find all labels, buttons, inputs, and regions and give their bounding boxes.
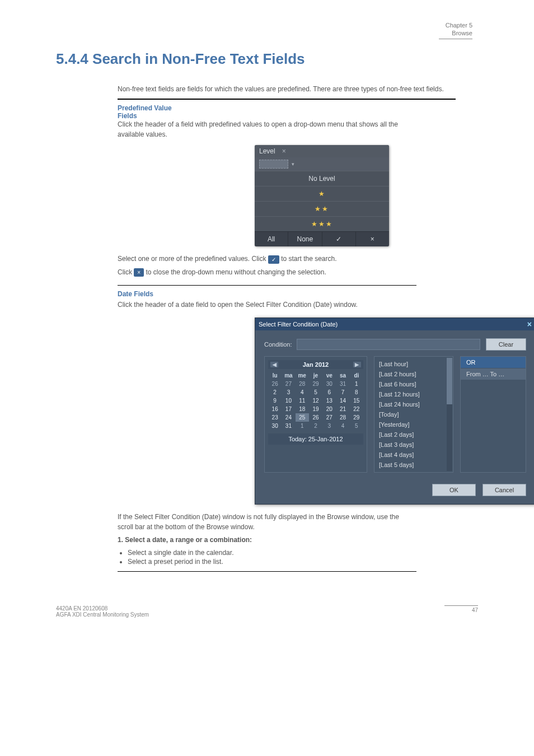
- calendar-day[interactable]: 7: [336, 388, 349, 396]
- cancel-button[interactable]: Cancel: [483, 484, 526, 496]
- preset-item[interactable]: [Today]: [374, 409, 453, 419]
- date-desc: Click the header of a date field to open…: [118, 300, 409, 310]
- level-option-2-star[interactable]: ★★: [255, 201, 389, 216]
- predefined-instruction-2: Click to close the drop-down menu withou…: [118, 268, 409, 277]
- cancel-button[interactable]: ×: [356, 232, 389, 246]
- calendar-day[interactable]: 27: [282, 380, 295, 388]
- calendar-grid[interactable]: lumamejevesadi 2627282930311234567891011…: [268, 371, 363, 430]
- star-icon: ★★: [315, 205, 329, 213]
- calendar-day[interactable]: 6: [322, 388, 336, 396]
- preset-item[interactable]: [Last 5 days]: [374, 460, 453, 470]
- dialog-title: Select Filter Condition (Date): [259, 321, 338, 328]
- level-option-3-star[interactable]: ★★★: [255, 216, 389, 231]
- close-badge-icon: [134, 268, 144, 277]
- calendar-day[interactable]: 2: [268, 388, 282, 396]
- step-item: Select a single date in the calendar.: [128, 549, 409, 557]
- calendar-day[interactable]: 1: [296, 422, 309, 430]
- calendar-day[interactable]: 28: [336, 413, 349, 422]
- calendar-day[interactable]: 22: [350, 405, 363, 413]
- calendar-day[interactable]: 3: [282, 388, 295, 396]
- dialog-close-icon[interactable]: ×: [527, 320, 532, 329]
- preset-item[interactable]: [Last 24 hours]: [374, 399, 453, 409]
- calendar-day[interactable]: 24: [282, 413, 295, 422]
- calendar-prev-button[interactable]: ◀: [270, 362, 278, 367]
- calendar-day[interactable]: 12: [309, 396, 322, 405]
- calendar-day[interactable]: 21: [336, 405, 349, 413]
- operator-item[interactable]: OR: [461, 357, 526, 368]
- calendar-day[interactable]: 2: [309, 422, 322, 430]
- calendar-day[interactable]: 23: [268, 413, 282, 422]
- scrollbar-thumb[interactable]: [447, 358, 452, 404]
- confirm-button[interactable]: ✓: [322, 232, 356, 246]
- calendar-day[interactable]: 30: [268, 422, 282, 430]
- check-icon: ✓: [336, 235, 341, 243]
- footer-doc-id: 4420A EN 20120608: [56, 605, 107, 612]
- calendar-day[interactable]: 10: [282, 396, 295, 405]
- calendar-day[interactable]: 17: [282, 405, 295, 413]
- operator-list[interactable]: ORFrom … To …: [460, 356, 526, 473]
- date-step-items: Select a single date in the calendar.Sel…: [128, 549, 409, 566]
- level-column-header[interactable]: Level ×: [255, 145, 389, 157]
- calendar-day[interactable]: 5: [350, 422, 363, 430]
- calendar-month-label: Jan 2012: [303, 361, 329, 368]
- preset-item[interactable]: [Yesterday]: [374, 419, 453, 430]
- calendar-day[interactable]: 14: [336, 396, 349, 405]
- select-none-button[interactable]: None: [288, 232, 322, 246]
- preset-item[interactable]: [Last 12 hours]: [374, 389, 453, 399]
- preset-item[interactable]: [Last 6 hours]: [374, 379, 453, 389]
- calendar-day[interactable]: 1: [350, 380, 363, 388]
- calendar-dow: me: [296, 371, 309, 380]
- level-option-1-star[interactable]: ★: [255, 186, 389, 201]
- chevron-down-icon[interactable]: ▾: [292, 161, 294, 167]
- calendar-day[interactable]: 30: [322, 380, 336, 388]
- calendar-day[interactable]: 31: [336, 380, 349, 388]
- calendar-day[interactable]: 4: [296, 388, 309, 396]
- calendar-day[interactable]: 16: [268, 405, 282, 413]
- preset-item[interactable]: [Last 4 days]: [374, 450, 453, 460]
- date-title: Date Fields: [118, 290, 185, 298]
- preset-item[interactable]: [Last 2 hours]: [374, 369, 453, 379]
- step-item: Select a preset period in the list.: [128, 558, 409, 566]
- level-filter-input[interactable]: [259, 160, 288, 169]
- calendar-dow: je: [309, 371, 322, 380]
- date-note: If the Select Filter Condition (Date) wi…: [118, 512, 409, 532]
- close-icon[interactable]: ×: [282, 147, 286, 155]
- calendar-day[interactable]: 3: [322, 422, 336, 430]
- calendar-next-button[interactable]: ▶: [353, 362, 361, 367]
- calendar-day[interactable]: 4: [336, 422, 349, 430]
- calendar-day[interactable]: 15: [350, 396, 363, 405]
- date-filter-dialog-figure: Select Filter Condition (Date) × Conditi…: [255, 318, 534, 505]
- ok-button[interactable]: OK: [432, 484, 476, 496]
- preset-item[interactable]: [Last hour]: [374, 359, 453, 369]
- preset-item[interactable]: [Last 2 days]: [374, 430, 453, 440]
- dialog-titlebar: Select Filter Condition (Date) ×: [255, 318, 534, 330]
- page-header-right: Chapter 5 Browse: [439, 21, 472, 39]
- calendar-day[interactable]: 9: [268, 396, 282, 405]
- select-all-button[interactable]: All: [255, 232, 288, 246]
- level-dropdown-figure: Level × ▾ No Level ★ ★★ ★★★ All None ✓ ×: [255, 145, 389, 246]
- clear-button[interactable]: Clear: [486, 338, 526, 351]
- calendar-day[interactable]: 29: [309, 380, 322, 388]
- preset-period-list[interactable]: [Last hour][Last 2 hours][Last 6 hours][…: [374, 356, 453, 473]
- footer-product: AGFA XDI Central Monitoring System: [56, 612, 149, 618]
- calendar-today-button[interactable]: Today: 25-Jan-2012: [268, 433, 363, 445]
- calendar-day[interactable]: 26: [268, 380, 282, 388]
- calendar-day[interactable]: 13: [322, 396, 336, 405]
- calendar-day[interactable]: 18: [296, 405, 309, 413]
- calendar-day[interactable]: 26: [309, 413, 322, 422]
- calendar-day[interactable]: 27: [322, 413, 336, 422]
- calendar-day[interactable]: 8: [350, 388, 363, 396]
- calendar-day[interactable]: 31: [282, 422, 295, 430]
- calendar-day[interactable]: 28: [296, 380, 309, 388]
- condition-input[interactable]: [297, 339, 480, 350]
- level-option-no-level[interactable]: No Level: [255, 171, 389, 186]
- operator-item[interactable]: From … To …: [461, 368, 526, 380]
- calendar-day[interactable]: 29: [350, 413, 363, 422]
- calendar-day[interactable]: 11: [296, 396, 309, 405]
- calendar-day[interactable]: 25: [296, 413, 309, 422]
- preset-item[interactable]: [Last 3 days]: [374, 440, 453, 450]
- calendar-day[interactable]: 20: [322, 405, 336, 413]
- calendar-day[interactable]: 5: [309, 388, 322, 396]
- chapter-label: Chapter 5: [439, 21, 472, 29]
- calendar-day[interactable]: 19: [309, 405, 322, 413]
